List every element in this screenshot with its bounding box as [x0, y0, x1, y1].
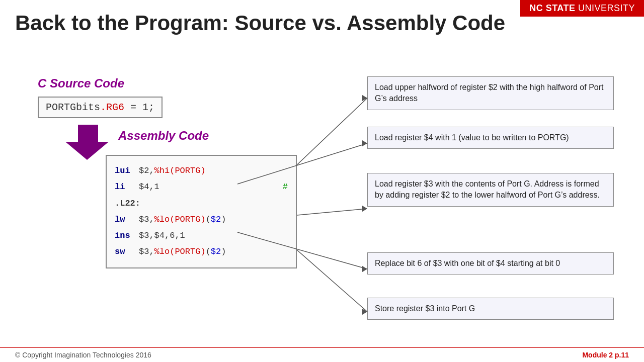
arrow-down-shaft: [78, 125, 98, 142]
annotation-box-2: Load register $4 with 1 (value to be wri…: [367, 127, 614, 149]
svg-line-0: [297, 98, 367, 165]
asm-op-lw: lw: [115, 212, 135, 228]
ncstate-bold: NC STATE: [529, 3, 575, 13]
footer-module: Module 2 p.11: [582, 351, 629, 359]
svg-marker-7: [362, 206, 367, 212]
asm-l22-label: .L22:: [115, 196, 140, 212]
annotation-box-1: Load upper halfword of register $2 with …: [367, 76, 614, 110]
asm-args-ins: $3,$4,6,1: [139, 228, 185, 244]
footer-copyright: © Copyright Imagination Technologies 201…: [15, 351, 151, 359]
c-source-code: PORTGbits.RG6 = 1;: [46, 102, 154, 113]
annotation-text-4: Replace bit 6 of $3 with one bit of $4 s…: [375, 259, 560, 267]
annotation-text-5: Store register $3 into Port G: [375, 304, 475, 313]
svg-marker-5: [362, 95, 367, 101]
footer: © Copyright Imagination Technologies 201…: [0, 347, 644, 362]
ncstate-banner: NC STATE UNIVERSITY: [520, 0, 644, 17]
asm-args-sw: $3,%lo(PORTG)($2): [139, 244, 226, 260]
asm-line-1: lui $2,%hi(PORTG): [115, 163, 288, 179]
svg-marker-9: [362, 309, 367, 315]
asm-line-label: .L22:: [115, 196, 288, 212]
c-source-box: PORTGbits.RG6 = 1;: [38, 97, 163, 118]
asm-line-lw: lw $3,%lo(PORTG)($2): [115, 212, 288, 228]
arrow-down-head: [65, 142, 109, 160]
asm-op-lui: lui: [115, 163, 135, 179]
ncstate-rest: UNIVERSITY: [575, 3, 635, 13]
asm-op-ins: ins: [115, 228, 135, 244]
annotation-box-3: Load register $3 with the contents of Po…: [367, 173, 614, 207]
annotation-text-2: Load register $4 with 1 (value to be wri…: [375, 133, 569, 142]
svg-line-2: [297, 209, 367, 215]
annotation-box-5: Store register $3 into Port G: [367, 298, 614, 320]
asm-op-sw: sw: [115, 244, 135, 260]
page-title: Back to the Program: Source vs. Assembly…: [15, 11, 505, 35]
asm-op-li: li: [115, 179, 135, 195]
asm-code-box: lui $2,%hi(PORTG) li $4,1 # .L22: lw $3,…: [106, 155, 297, 268]
svg-line-4: [297, 250, 367, 312]
svg-marker-8: [362, 266, 367, 272]
asm-comment-li: #: [283, 179, 288, 195]
asm-line-2: li $4,1 #: [115, 179, 288, 195]
asm-args-li: $4,1: [139, 179, 159, 195]
c-source-label: C Source Code: [38, 76, 124, 90]
annotation-box-4: Replace bit 6 of $3 with one bit of $4 s…: [367, 252, 614, 275]
assembly-label: Assembly Code: [118, 129, 209, 143]
asm-args-lw: $3,%lo(PORTG)($2): [139, 212, 226, 228]
asm-line-sw: sw $3,%lo(PORTG)($2): [115, 244, 288, 260]
asm-line-ins: ins $3,$4,6,1: [115, 228, 288, 244]
svg-marker-6: [362, 140, 367, 146]
annotation-text-1: Load upper halfword of register $2 with …: [375, 83, 604, 103]
annotation-text-3: Load register $3 with the contents of Po…: [375, 179, 600, 199]
asm-args-lui: $2,%hi(PORTG): [139, 163, 206, 179]
